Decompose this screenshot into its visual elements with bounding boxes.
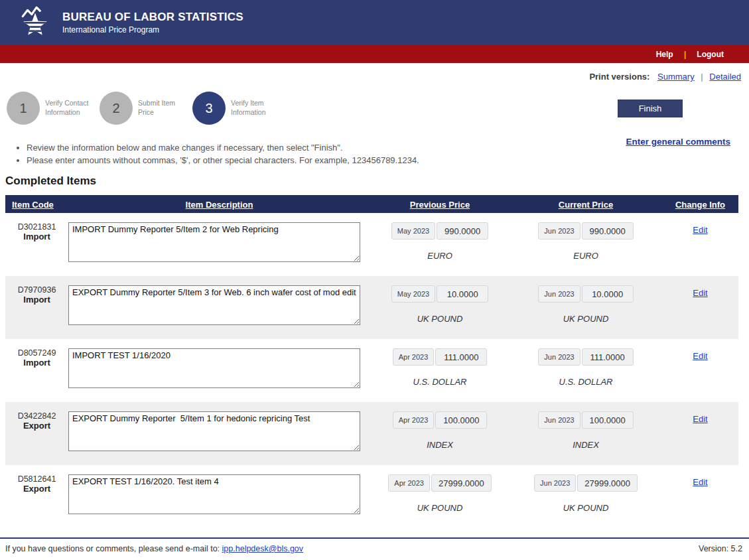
logout-link[interactable]: Logout: [697, 50, 724, 59]
previous-price-month: May 2023: [391, 222, 435, 240]
current-price-currency: UK POUND: [563, 503, 609, 513]
item-description-input[interactable]: IMPORT TEST 1/16/2020: [68, 348, 360, 388]
table-row: D7970936 Import EXPORT Dummy Reporter 5/…: [5, 276, 738, 339]
item-description-input[interactable]: IMPORT Dummy Reporter 5/Item 2 for Web R…: [68, 222, 360, 262]
current-price-value: 111.0000: [582, 348, 634, 366]
previous-price-group: Apr 2023 27999.0000: [388, 474, 491, 492]
step-1-circle[interactable]: 1: [7, 92, 40, 125]
sort-item-description-link[interactable]: Item Description: [186, 200, 253, 210]
previous-price-month: Apr 2023: [388, 474, 430, 492]
instruction-item: Review the information below and make ch…: [27, 142, 419, 155]
item-code: D3422842: [5, 411, 68, 421]
print-detailed-link[interactable]: Detailed: [709, 72, 741, 82]
current-price-group: Jun 2023 10.0000: [538, 285, 633, 303]
item-code-cell: D3422842 Export: [5, 402, 68, 465]
footer-help-text: If you have questions or comments, pleas…: [5, 544, 303, 553]
item-description-cell: EXPORT Dummy Reporter 5/Item 1 for hedon…: [68, 402, 370, 465]
app-header: BUREAU OF LABOR STATISTICS International…: [0, 0, 749, 45]
page: BUREAU OF LABOR STATISTICS International…: [0, 0, 749, 560]
item-description-cell: IMPORT TEST 1/16/2020: [68, 339, 370, 402]
item-description-input[interactable]: EXPORT TEST 1/16/2020. Test item 4: [68, 474, 360, 514]
item-code: D7970936: [5, 285, 68, 295]
bls-star-logo-icon: [17, 5, 53, 40]
trade-type: Import: [5, 295, 68, 305]
current-price-value: 990.0000: [582, 222, 634, 240]
current-price-cell: Jun 2023 100.0000 INDEX: [510, 402, 662, 465]
previous-price-month: Apr 2023: [393, 348, 435, 366]
helpdesk-email-link[interactable]: ipp.helpdesk@bls.gov: [222, 544, 304, 553]
trade-type: Import: [5, 358, 68, 368]
table-row: D8057249 Import IMPORT TEST 1/16/2020 Ap…: [5, 339, 738, 402]
table-row: D3021831 Import IMPORT Dummy Reporter 5/…: [5, 213, 738, 276]
trade-type: Import: [5, 232, 68, 242]
sort-item-code-link[interactable]: Item Code: [12, 200, 54, 210]
table-header-row: Item Code Item Description Previous Pric…: [5, 195, 738, 213]
change-info-cell: Edit: [662, 213, 738, 276]
trade-type: Export: [5, 421, 68, 431]
previous-price-value: 10.0000: [437, 285, 488, 303]
table-body: D3021831 Import IMPORT Dummy Reporter 5/…: [5, 213, 738, 528]
edit-link[interactable]: Edit: [693, 414, 707, 424]
step-3-circle[interactable]: 3: [192, 92, 226, 125]
current-price-currency: UK POUND: [563, 314, 609, 324]
previous-price-month: May 2023: [391, 285, 435, 303]
previous-price-currency: EURO: [427, 251, 452, 261]
current-price-currency: U.S. DOLLAR: [559, 377, 613, 387]
item-description-cell: IMPORT Dummy Reporter 5/Item 2 for Web R…: [68, 213, 370, 276]
current-price-value: 100.0000: [582, 411, 634, 429]
print-summary-link[interactable]: Summary: [657, 72, 695, 82]
current-price-value: 10.0000: [582, 285, 634, 303]
edit-link[interactable]: Edit: [693, 477, 707, 487]
version-label: Version: 5.2: [699, 544, 742, 553]
current-price-cell: Jun 2023 111.0000 U.S. DOLLAR: [510, 339, 662, 402]
current-price-month: Jun 2023: [538, 348, 580, 366]
step-1-label: Verify Contact Information: [45, 99, 97, 117]
previous-price-month: Apr 2023: [393, 411, 435, 429]
previous-price-group: Apr 2023 111.0000: [393, 348, 488, 366]
help-link[interactable]: Help: [656, 50, 673, 59]
item-code-cell: D8057249 Import: [5, 339, 68, 402]
edit-link[interactable]: Edit: [693, 225, 707, 235]
previous-price-group: Apr 2023 100.0000: [393, 411, 488, 429]
sort-current-price-link[interactable]: Current Price: [559, 200, 613, 210]
sort-change-info-link[interactable]: Change Info: [675, 200, 725, 210]
current-price-month: Jun 2023: [534, 474, 576, 492]
instructions: Review the information below and make ch…: [15, 142, 419, 167]
change-info-cell: Edit: [662, 339, 738, 402]
previous-price-cell: Apr 2023 111.0000 U.S. DOLLAR: [370, 339, 510, 402]
item-code-cell: D7970936 Import: [5, 276, 68, 339]
current-price-month: Jun 2023: [538, 411, 580, 429]
instruction-item: Please enter amounts without commas, '$'…: [27, 155, 419, 167]
item-code: D5812641: [5, 474, 68, 484]
finish-button[interactable]: Finish: [618, 100, 683, 117]
item-description-input[interactable]: EXPORT Dummy Reporter 5/Item 1 for hedon…: [68, 411, 360, 451]
change-info-cell: Edit: [662, 402, 738, 465]
edit-link[interactable]: Edit: [693, 351, 707, 361]
item-code-cell: D3021831 Import: [5, 213, 68, 276]
previous-price-value: 100.0000: [435, 411, 487, 429]
page-footer: If you have questions or comments, pleas…: [0, 537, 749, 553]
enter-general-comments-link[interactable]: Enter general comments: [626, 137, 730, 147]
step-3-label: Verify Item Information: [231, 99, 283, 117]
item-code-cell: D5812641 Export: [5, 465, 68, 528]
current-price-month: Jun 2023: [538, 285, 580, 303]
previous-price-cell: Apr 2023 27999.0000 UK POUND: [370, 465, 510, 528]
step-2-circle[interactable]: 2: [100, 92, 133, 125]
header-titles: BUREAU OF LABOR STATISTICS International…: [62, 11, 243, 35]
item-description-input[interactable]: EXPORT Dummy Reporter 5/Item 3 for Web. …: [68, 285, 360, 325]
previous-price-cell: Apr 2023 100.0000 INDEX: [370, 402, 510, 465]
sort-previous-price-link[interactable]: Previous Price: [410, 200, 470, 210]
previous-price-cell: May 2023 990.0000 EURO: [370, 213, 510, 276]
current-price-value: 27999.0000: [577, 474, 638, 492]
edit-link[interactable]: Edit: [693, 288, 707, 298]
item-description-cell: EXPORT Dummy Reporter 5/Item 3 for Web. …: [68, 276, 370, 339]
step-verify-contact-information: 1 Verify Contact Information: [7, 92, 100, 125]
current-price-group: Jun 2023 100.0000: [538, 411, 633, 429]
previous-price-group: May 2023 10.0000: [391, 285, 488, 303]
item-code: D3021831: [5, 222, 68, 232]
utility-nav: Help | Logout: [0, 45, 749, 63]
current-price-currency: EURO: [573, 251, 598, 261]
item-description-cell: EXPORT TEST 1/16/2020. Test item 4: [68, 465, 370, 528]
wizard-steps: 1 Verify Contact Information 2 Submit It…: [7, 92, 285, 125]
app-title: BUREAU OF LABOR STATISTICS: [62, 11, 243, 24]
